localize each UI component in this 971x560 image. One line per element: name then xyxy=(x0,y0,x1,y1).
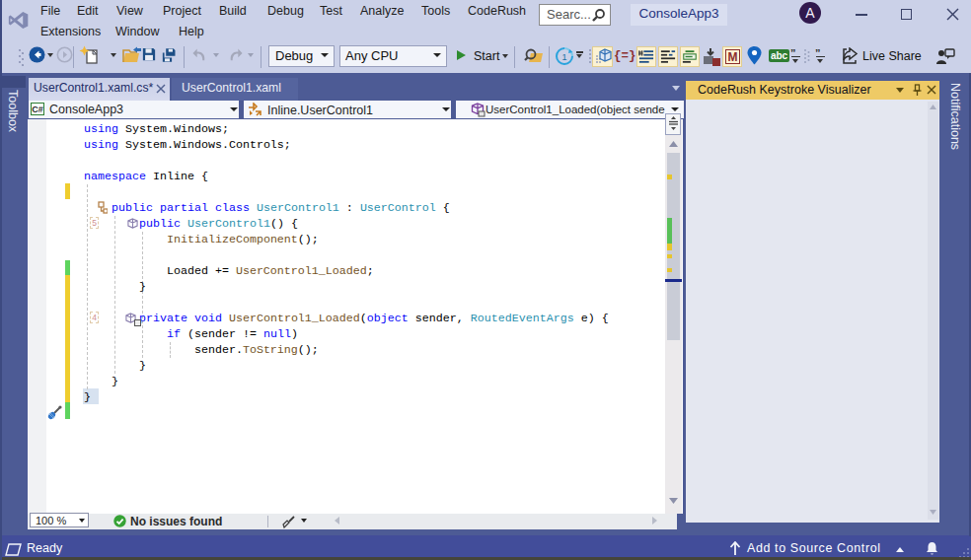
svg-text:1: 1 xyxy=(561,52,566,62)
